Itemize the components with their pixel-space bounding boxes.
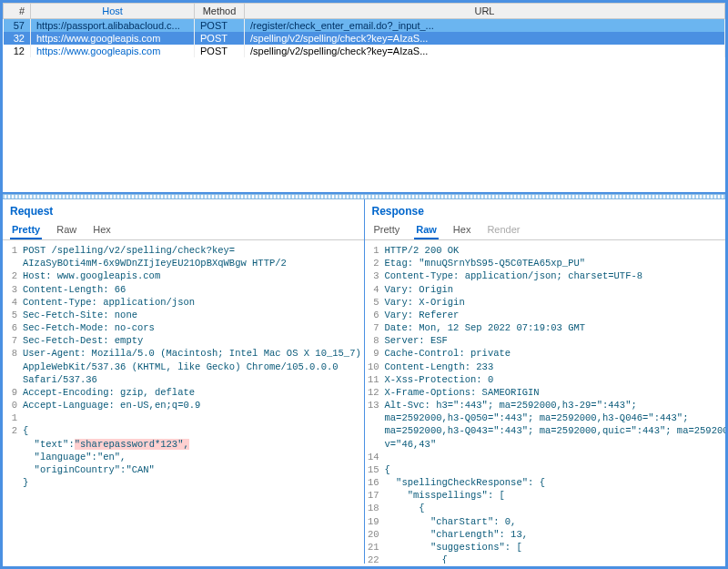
tab-hex[interactable]: Hex bbox=[91, 221, 113, 239]
code-line: 3Content-Length: 66 bbox=[3, 283, 364, 296]
col-method[interactable]: Method bbox=[195, 4, 245, 19]
line-content bbox=[385, 451, 726, 463]
detail-panels: Request Pretty Raw Hex 1POST /spelling/v… bbox=[3, 199, 725, 564]
line-number: 19 bbox=[365, 515, 385, 528]
response-title: Response bbox=[365, 199, 726, 221]
tab-render[interactable]: Render bbox=[485, 221, 521, 239]
request-title: Request bbox=[3, 199, 364, 221]
line-number: 4 bbox=[365, 283, 385, 296]
code-line: 2Etag: "mnuQSrnYbS95-Q5C0TEA65xp_PU" bbox=[365, 257, 726, 269]
line-content: Sec-Fetch-Mode: no-cors bbox=[23, 321, 364, 334]
line-number: 5 bbox=[3, 309, 23, 321]
cell-url: /spelling/v2/spelling/check?key=AIzaS... bbox=[245, 32, 725, 45]
code-line: AIzaSyBOti4mM-6x9WDnZIjIeyEU21OpBXqWBgw … bbox=[3, 257, 364, 269]
col-host[interactable]: Host bbox=[31, 4, 195, 19]
line-number: 2 bbox=[3, 424, 23, 437]
line-content: HTTP/2 200 OK bbox=[385, 244, 726, 257]
cell-host: https://www.googleapis.com bbox=[31, 45, 195, 57]
line-content: "misspellings": [ bbox=[385, 489, 726, 502]
table-row[interactable]: 57https://passport.alibabacloud.c...POST… bbox=[4, 19, 725, 33]
code-line: 17 "misspellings": [ bbox=[365, 489, 726, 502]
code-line: } bbox=[3, 476, 364, 489]
code-line: 6Sec-Fetch-Mode: no-cors bbox=[3, 321, 364, 334]
line-content: Vary: X-Origin bbox=[385, 296, 726, 309]
line-number: 11 bbox=[365, 373, 385, 386]
line-content: "originCountry":"CAN" bbox=[23, 463, 364, 476]
line-number: 6 bbox=[3, 321, 23, 334]
request-panel: Request Pretty Raw Hex 1POST /spelling/v… bbox=[3, 199, 365, 564]
line-content: "spellingCheckResponse": { bbox=[385, 476, 726, 489]
line-number bbox=[3, 438, 23, 451]
line-content: Sec-Fetch-Dest: empty bbox=[23, 334, 364, 347]
line-number bbox=[365, 412, 385, 424]
code-line: 13Alt-Svc: h3=":443"; ma=2592000,h3-29="… bbox=[365, 399, 726, 412]
cell-host: https://passport.alibabacloud.c... bbox=[31, 19, 195, 33]
line-content: ma=2592000,h3-Q043=":443"; ma=2592000,qu… bbox=[385, 424, 726, 437]
line-number: 9 bbox=[3, 386, 23, 399]
code-line: 3Content-Type: application/json; charset… bbox=[365, 269, 726, 282]
cell-method: POST bbox=[195, 45, 245, 57]
request-body[interactable]: 1POST /spelling/v2/spelling/check?key=AI… bbox=[3, 240, 364, 564]
line-number bbox=[365, 424, 385, 437]
tab-hex[interactable]: Hex bbox=[451, 221, 473, 239]
code-line: 2{ bbox=[3, 424, 364, 437]
line-number: 1 bbox=[3, 412, 23, 424]
line-number bbox=[3, 463, 23, 476]
code-line: 14 bbox=[365, 451, 726, 463]
code-line: 6Vary: Referer bbox=[365, 309, 726, 321]
line-content: Accept-Language: en-US,en;q=0.9 bbox=[23, 399, 364, 412]
code-line: 22 { bbox=[365, 554, 726, 564]
line-number bbox=[3, 373, 23, 386]
cell-host: https://www.googleapis.com bbox=[31, 32, 195, 45]
proxy-history-table: # Host Method URL 57https://passport.ali… bbox=[3, 3, 725, 194]
col-num[interactable]: # bbox=[4, 4, 31, 19]
cell-num: 57 bbox=[4, 19, 31, 33]
line-number: 14 bbox=[365, 451, 385, 463]
table-row[interactable]: 12https://www.googleapis.comPOST/spellin… bbox=[4, 45, 725, 57]
line-number: 16 bbox=[365, 476, 385, 489]
response-panel: Response Pretty Raw Hex Render 1HTTP/2 2… bbox=[365, 199, 726, 564]
line-content: Content-Type: application/json; charset=… bbox=[385, 269, 726, 282]
line-content: POST /spelling/v2/spelling/check?key= bbox=[23, 244, 364, 257]
response-body[interactable]: 1HTTP/2 200 OK2Etag: "mnuQSrnYbS95-Q5C0T… bbox=[365, 240, 726, 564]
col-url[interactable]: URL bbox=[245, 4, 725, 19]
code-line: 8Server: ESF bbox=[365, 334, 726, 347]
tab-raw[interactable]: Raw bbox=[55, 221, 78, 239]
table-row[interactable]: 32https://www.googleapis.comPOST/spellin… bbox=[4, 32, 725, 45]
code-line: 15{ bbox=[365, 463, 726, 476]
code-line: 4Content-Type: application/json bbox=[3, 296, 364, 309]
line-content: Cache-Control: private bbox=[385, 347, 726, 360]
code-line: 5Sec-Fetch-Site: none bbox=[3, 309, 364, 321]
line-content: v="46,43" bbox=[385, 438, 726, 451]
tab-pretty[interactable]: Pretty bbox=[10, 221, 42, 239]
line-content: X-Frame-Options: SAMEORIGIN bbox=[385, 386, 726, 399]
code-line: 16 "spellingCheckResponse": { bbox=[365, 476, 726, 489]
line-content: Sec-Fetch-Site: none bbox=[23, 309, 364, 321]
line-content: "text":"sharepassword*123", bbox=[23, 438, 364, 451]
code-line: 7Sec-Fetch-Dest: empty bbox=[3, 334, 364, 347]
line-content: Accept-Encoding: gzip, deflate bbox=[23, 386, 364, 399]
code-line: 21 "suggestions": [ bbox=[365, 541, 726, 554]
line-number: 9 bbox=[365, 347, 385, 360]
request-tabs: Pretty Raw Hex bbox=[3, 221, 364, 240]
line-number: 13 bbox=[365, 399, 385, 412]
line-content: { bbox=[23, 424, 364, 437]
line-content: "charStart": 0, bbox=[385, 515, 726, 528]
code-line: v="46,43" bbox=[365, 438, 726, 451]
line-content: Date: Mon, 12 Sep 2022 07:19:03 GMT bbox=[385, 321, 726, 334]
line-number: 4 bbox=[3, 296, 23, 309]
tab-pretty[interactable]: Pretty bbox=[372, 221, 402, 239]
tab-raw[interactable]: Raw bbox=[414, 221, 439, 239]
line-content: Vary: Origin bbox=[385, 283, 726, 296]
code-line: 10Content-Length: 233 bbox=[365, 361, 726, 373]
table-header-row: # Host Method URL bbox=[4, 4, 725, 19]
line-number: 1 bbox=[365, 244, 385, 257]
line-number: 3 bbox=[3, 283, 23, 296]
code-line: "originCountry":"CAN" bbox=[3, 463, 364, 476]
line-number: 22 bbox=[365, 554, 385, 564]
cell-num: 12 bbox=[4, 45, 31, 57]
line-number bbox=[3, 476, 23, 489]
line-number: 12 bbox=[365, 386, 385, 399]
line-content: ma=2592000,h3-Q050=":443"; ma=2592000,h3… bbox=[385, 412, 726, 424]
code-line: 11X-Xss-Protection: 0 bbox=[365, 373, 726, 386]
